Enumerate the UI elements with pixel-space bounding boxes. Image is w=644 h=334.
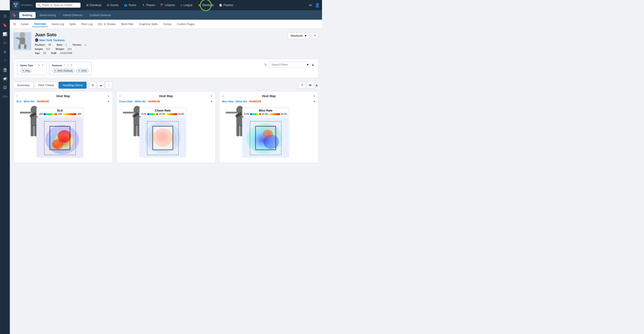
palette-slg[interactable]: RAINBOW [37,100,49,103]
more-icon-btn[interactable]: ⋮ [105,82,112,89]
subnav-career[interactable]: Career [18,22,31,27]
subnav-custompages[interactable]: Custom Pages [175,22,197,27]
legend-bar-chase: 0.0% 25.0% 50.0% [141,113,184,115]
panel-chevron-miss[interactable]: ▼ [313,100,316,103]
search-box[interactable]: 🔍 [36,3,80,8]
tab-outfield-defense[interactable]: Outfield Defense [86,12,114,18]
refresh-icon[interactable]: ↻ [264,63,267,67]
subnav-gamelog[interactable]: Game Log [49,22,66,27]
nav-item-league[interactable]: ◇ League [178,3,194,8]
tab-batting[interactable]: Batting [19,12,36,18]
shortcuts-dropdown-btn[interactable]: Shortcuts ▼ [288,33,310,39]
m-layout-btn[interactable]: M [307,82,314,88]
age-label: Age: [35,52,40,54]
svg-rect-17 [20,112,32,114]
subnav-overview[interactable]: Overview [32,21,48,27]
cloud-icon-btn[interactable]: ☁ [97,82,104,89]
metric-miss[interactable]: Miss Rate [222,100,234,103]
panel-filter-icon-miss[interactable]: ≡ [222,95,224,98]
sidebar-megaphone-icon[interactable]: 📢 [1,75,9,83]
tab-baserunning[interactable]: Baserunning [36,12,59,18]
filter-collapse-btn[interactable]: ▲ [311,63,314,67]
search-filters-input[interactable] [272,63,305,66]
panel-chevron-chase[interactable]: ▼ [210,100,213,103]
filter-star-icon[interactable]: ☆ [38,64,40,67]
user-icon[interactable]: 👤 [315,3,320,8]
tab-pitch-charts[interactable]: Pitch Charts [34,82,58,89]
bg-chase[interactable]: White BG [135,100,146,103]
nav-item-standings[interactable]: ⊞ Standings [84,3,104,8]
seasons-star-icon[interactable]: ☆ [67,64,69,67]
panel-title-slg: Heat Map [19,94,107,98]
filter-close-icon[interactable]: ✕ [42,64,44,67]
filter-tag-reg-remove[interactable]: ✕ [22,69,24,72]
nav-item-playlists[interactable]: 📋 Playlists [217,3,236,8]
game-type-filter-group: Game Type ✓ ☆ ✕ ✕ Reg [17,62,46,75]
palette-chase[interactable]: RAINBOW [148,100,160,103]
panel-filter-icon-chase[interactable]: ≡ [119,95,121,98]
nav-item-umpires[interactable]: 🚩 Umpires [158,3,177,8]
page-bookmark-icon[interactable]: 🔖 [12,13,16,17]
subnav-multifilter[interactable]: Multi-Filter [119,22,136,27]
player-team[interactable]: NY New York Yankees [35,38,91,42]
sidebar-chart-icon[interactable]: 📊 [1,30,9,38]
sidebar-menu-icon[interactable]: ☰ [1,12,9,20]
tab-infield-defense[interactable]: Infield Defense [60,12,86,18]
tab-summary[interactable]: Summary [14,82,34,89]
sidebar-settings-icon[interactable]: ⚙ [1,48,9,56]
seasons-filter-group: Seasons ✓ ☆ ✕ ✕ 2024 (Default) ✕ 2023 [49,62,92,75]
nav-item-scores[interactable]: ⊟ Scores [105,3,121,8]
sub-nav: ⧉ Career Overview Game Log Splits Pitch … [10,20,322,29]
shortcuts-dropdown-label: Shortcuts [290,34,303,37]
bg-miss[interactable]: White BG [236,100,247,103]
nav-item-players[interactable]: 🏃 Players [140,3,158,8]
metric-slg[interactable]: SLG [16,100,22,103]
svg-rect-43 [226,112,237,114]
svg-rect-6 [18,44,20,49]
panel-chevron-slg[interactable]: ▼ [107,100,110,103]
sidebar-help-icon[interactable]: ? [1,57,9,65]
nav-label-players: Players [146,4,155,7]
sidebar-tag-icon[interactable]: 🏷 [1,39,9,47]
panel-close-chase[interactable]: ✕ [210,94,213,98]
subnav-pitchlog[interactable]: Pitch Log [79,22,94,27]
sidebar-notebook-icon[interactable]: 📓 [1,66,9,74]
panel-close-miss[interactable]: ✕ [313,94,316,98]
logo: TRUMEDIA [12,1,33,9]
subnav-graphical[interactable]: Graphical Splits [137,22,160,27]
svg-rect-7 [24,44,26,49]
subnav-occ-streaks[interactable]: Occ. & Streaks [96,22,118,27]
panels-collapse-btn[interactable]: ▲ [315,83,318,87]
subnav-splits[interactable]: Splits [67,22,78,27]
search-input[interactable] [42,4,79,7]
player-name: Juan Soto [35,32,91,37]
search-filters-input-wrap[interactable]: ▼ [269,62,309,68]
panel-close-slg[interactable]: ✕ [107,94,110,98]
bg-slg[interactable]: White BG [24,100,35,103]
filter-tag-2023[interactable]: ✕ 2023 [76,69,88,73]
seasons-close-icon[interactable]: ✕ [70,64,72,67]
copy-icon-btn[interactable]: ⧉ [89,82,96,89]
nav-label-league: League [183,4,192,7]
heatmap-visual-chase: Chase Rate 0.0% 25.0% 50.0% [119,105,213,159]
search-filters-dropdown-icon[interactable]: ▼ [306,63,309,66]
palette-miss[interactable]: RAINBOW [249,100,261,103]
sidebar-code-icon[interactable]: </> [1,93,9,101]
legend-min-slg: .200 [38,113,43,115]
filter-tag-2023-remove[interactable]: ✕ [78,69,80,72]
nav-item-shortcuts[interactable]: 🔖 Shortcuts [196,3,216,8]
filter-tag-2024-remove[interactable]: ✕ [54,69,56,72]
tab-heatmap-demo[interactable]: HeatMap Demo [58,82,86,89]
metric-chase[interactable]: Chase Rate [119,100,132,103]
subnav-comps[interactable]: Comps [161,22,174,27]
seasons-filter-title: Seasons ✓ ☆ ✕ [52,64,89,67]
panel-filter-icon-slg[interactable]: ≡ [16,95,18,98]
add-shortcut-btn[interactable]: + [312,32,318,39]
filter-tag-2024[interactable]: ✕ 2024 (Default) [52,69,75,73]
nav-label-umpires: Umpires [165,4,175,7]
sidebar-bookmark-icon[interactable]: 🔖 [1,21,9,29]
filter-tag-reg[interactable]: ✕ Reg [20,69,32,73]
nav-item-teams[interactable]: 👥 Teams [122,3,138,8]
sidebar-image-icon[interactable]: 🖼 [1,84,9,92]
add-panel-btn[interactable]: + [299,82,306,88]
